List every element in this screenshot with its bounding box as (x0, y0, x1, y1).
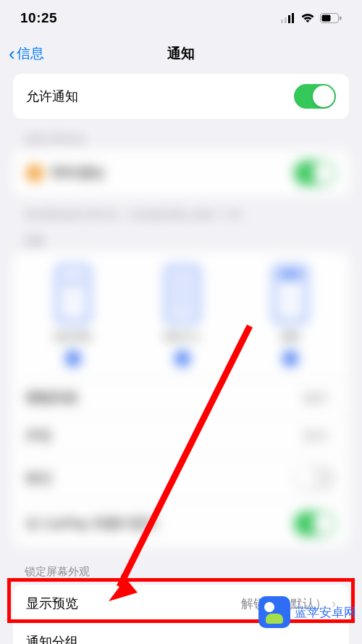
allow-label: 允许通知 (26, 88, 78, 105)
status-bar: 10:25 (0, 0, 362, 36)
page-title: 通知 (167, 44, 195, 63)
time-sensitive-icon (26, 164, 43, 182)
back-label: 信息 (17, 44, 44, 63)
watermark-icon (258, 596, 290, 628)
svg-rect-0 (281, 20, 283, 23)
nav-header: ‹ 信息 通知 (0, 36, 362, 71)
badges-row[interactable]: 标记 (13, 456, 349, 501)
opt-lock-label: 锁定屏幕 (54, 330, 92, 343)
alert-option-lock[interactable]: 锁定屏幕 (54, 265, 92, 367)
opt-center-label: 通知中心 (164, 330, 201, 343)
time-sensitive-foot: 即时通知始终立即传达，并在锁定屏幕上保留 1 小时。 (25, 209, 337, 222)
cellular-icon (281, 13, 295, 23)
banner-icon (273, 265, 308, 323)
sounds-label: 声音 (26, 427, 52, 445)
badges-label: 标记 (26, 469, 52, 487)
svg-rect-5 (322, 15, 331, 22)
allow-notifications-card: 允许通知 (13, 74, 349, 119)
alerts-card: 锁定屏幕 通知中心 横幅 横幅风格 临时 › 声音 音符 › (13, 252, 349, 546)
back-button[interactable]: ‹ 信息 (9, 44, 44, 63)
grouping-label: 通知分组 (26, 633, 78, 644)
wifi-icon (300, 13, 315, 23)
banner-style-row[interactable]: 横幅风格 临时 › (13, 379, 349, 417)
opt-banner-radio[interactable] (282, 351, 298, 367)
banner-style-label: 横幅风格 (26, 389, 78, 406)
sounds-row[interactable]: 声音 音符 › (13, 417, 349, 455)
watermark: 蓝苹安卓网 (258, 596, 356, 628)
time-sensitive-header: 始终立即传达 (25, 133, 337, 146)
lock-screen-icon (56, 265, 90, 323)
watermark-text: 蓝苹安卓网 (295, 604, 356, 621)
chevron-right-icon: › (332, 390, 336, 406)
notification-center-icon (165, 265, 200, 323)
alert-option-banner[interactable]: 横幅 (273, 265, 308, 367)
time-sensitive-toggle[interactable] (294, 161, 336, 185)
carplay-toggle[interactable] (294, 511, 336, 536)
alert-option-center[interactable]: 通知中心 (164, 265, 201, 367)
carplay-row[interactable]: 在 CarPlay 车载中显示 (13, 501, 349, 546)
status-indicators (281, 13, 342, 23)
svg-rect-3 (292, 13, 294, 23)
banner-style-value: 临时 (303, 390, 327, 406)
svg-rect-2 (288, 15, 290, 23)
opt-banner-label: 横幅 (281, 330, 300, 343)
carplay-label: 在 CarPlay 车载中显示 (26, 515, 158, 532)
time-sensitive-row[interactable]: 即时通知 (13, 151, 349, 196)
sounds-value: 音符 (303, 428, 327, 445)
opt-lock-radio[interactable] (65, 351, 81, 367)
chevron-right-icon: › (332, 429, 336, 444)
status-time: 10:25 (20, 10, 57, 26)
badges-toggle[interactable] (294, 466, 336, 490)
svg-rect-1 (285, 17, 287, 23)
battery-icon (320, 13, 342, 23)
alerts-header: 提醒 (25, 235, 337, 248)
show-preview-label: 显示预览 (26, 595, 78, 612)
opt-center-radio[interactable] (174, 351, 190, 367)
blurred-content: 始终立即传达 即时通知 即时通知始终立即传达，并在锁定屏幕上保留 1 小时。 提… (0, 133, 362, 546)
lock-section-header: 锁定屏幕外观 (25, 565, 337, 579)
svg-rect-6 (340, 17, 342, 20)
allow-toggle[interactable] (294, 84, 336, 109)
allow-notifications-row[interactable]: 允许通知 (13, 74, 349, 119)
chevron-left-icon: ‹ (9, 44, 15, 63)
time-sensitive-label: 即时通知 (52, 164, 294, 182)
